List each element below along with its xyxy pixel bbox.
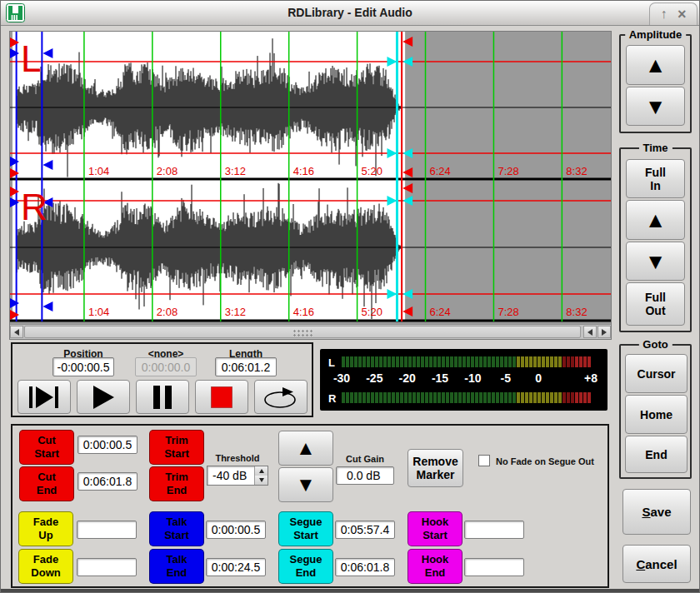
pause-icon — [152, 386, 173, 409]
cut-start-button[interactable]: Cut Start — [19, 430, 74, 465]
transport-frame: Position <none> Length -0:00:00.5 0:00:0… — [11, 342, 313, 417]
down-arrow-icon: ▼ — [645, 251, 667, 272]
shade-window-icon[interactable]: ↑ — [660, 7, 667, 21]
gain-down-button[interactable]: ▼ — [278, 467, 333, 502]
meter-segment — [404, 392, 408, 403]
waveform-scrollbar[interactable] — [10, 324, 611, 339]
pause-button[interactable] — [136, 380, 189, 414]
meter-segment — [538, 356, 541, 367]
meter-segment — [542, 392, 545, 403]
length-field[interactable]: 0:06:01.2 — [215, 357, 277, 376]
scroll-left-button-2[interactable] — [583, 326, 597, 338]
scroll-left-button[interactable] — [10, 326, 23, 338]
meter-tick-label: -10 — [464, 371, 481, 385]
title-bar[interactable]: RDLibrary - Edit Audio ↑ × — [1, 1, 699, 26]
time-up-button[interactable]: ▲ — [626, 200, 685, 240]
play-from-start-button[interactable] — [18, 380, 71, 414]
cut-end-button[interactable]: Cut End — [19, 466, 74, 501]
goto-group-title: Goto — [638, 338, 672, 351]
segue-start-button[interactable]: Segue Start — [278, 511, 333, 546]
loop-button[interactable] — [254, 380, 308, 414]
time-down-button[interactable]: ▼ — [626, 242, 685, 281]
meter-segment — [454, 392, 458, 403]
hook-start-field[interactable] — [464, 521, 524, 539]
cancel-button[interactable]: Cancel — [622, 545, 691, 583]
play-button[interactable] — [77, 380, 130, 414]
window-controls: ↑ × — [649, 2, 698, 25]
threshold-spinbox[interactable]: -40 dB — [207, 466, 268, 486]
cut-gain-field[interactable]: 0.0 dB — [336, 466, 394, 485]
meter-segment — [512, 356, 516, 367]
meter-segment — [358, 392, 362, 403]
threshold-spin-up[interactable] — [255, 466, 268, 476]
meter-channel-label-r: R — [328, 392, 336, 405]
goto-home-button[interactable]: Home — [625, 395, 688, 434]
segue-end-field[interactable]: 0:06:01.8 — [335, 558, 395, 576]
meter-tick-label: 0 — [535, 371, 542, 385]
trim-start-button[interactable]: Trim Start — [149, 430, 204, 465]
full-out-button[interactable]: Full Out — [626, 282, 685, 326]
talk-start-field[interactable]: 0:00:00.5 — [206, 521, 266, 539]
save-button[interactable]: Save — [622, 489, 691, 535]
amplitude-up-button[interactable]: ▲ — [626, 45, 685, 85]
fade-down-field[interactable] — [77, 558, 137, 576]
full-in-button[interactable]: Full In — [626, 159, 685, 198]
waveform-display[interactable]: L1:042:083:124:165:206:247:288:32R1:042:… — [10, 32, 611, 324]
close-window-icon[interactable]: × — [678, 7, 687, 22]
fade-up-button[interactable]: Fade Up — [18, 511, 73, 546]
hook-start-button[interactable]: Hook Start — [408, 511, 462, 546]
gain-up-button[interactable]: ▲ — [278, 431, 333, 466]
segue-end-button[interactable]: Segue End — [278, 549, 333, 584]
scrollbar-thumb[interactable] — [24, 326, 581, 338]
meter-segment — [446, 392, 449, 403]
goto-end-button[interactable]: End — [625, 436, 688, 473]
cut-end-field[interactable]: 0:06:01.8 — [78, 472, 138, 491]
scroll-left-icon — [11, 329, 19, 336]
scroll-right-button[interactable] — [598, 326, 611, 338]
meter-segment — [421, 356, 424, 367]
time-label: 5:20 — [362, 306, 382, 318]
threshold-value[interactable]: -40 dB — [208, 466, 254, 485]
talk-end-button[interactable]: Talk End — [149, 549, 204, 584]
meter-tick-label: -15 — [432, 371, 448, 385]
amplitude-down-button[interactable]: ▼ — [626, 87, 685, 126]
time-label: 2:08 — [157, 165, 178, 177]
threshold-spin-down[interactable] — [255, 476, 268, 485]
meter-segment — [508, 356, 512, 367]
talk-end-field[interactable]: 0:00:24.5 — [206, 558, 266, 576]
segue-start-field[interactable]: 0:05:57.4 — [335, 521, 395, 539]
meter-segment — [525, 356, 528, 367]
stop-button[interactable] — [195, 380, 248, 414]
meter-segment — [462, 356, 466, 367]
position-field[interactable]: -0:00:00.5 — [52, 357, 114, 376]
meter-segment — [346, 356, 349, 367]
remove-marker-button[interactable]: Remove Marker — [408, 449, 463, 487]
no-fade-checkbox[interactable] — [478, 455, 490, 466]
meter-segment — [342, 392, 345, 403]
meter-segment — [371, 392, 374, 403]
meter-segment — [529, 392, 532, 403]
meter-segment — [588, 392, 591, 403]
time-label: 3:12 — [225, 165, 246, 177]
meter-segment — [362, 392, 366, 403]
talk-start-button[interactable]: Talk Start — [149, 511, 204, 546]
meter-segment — [475, 392, 478, 403]
meter-segment — [433, 392, 437, 403]
meter-segment — [475, 356, 478, 367]
fade-up-field[interactable] — [77, 521, 137, 539]
hook-end-button[interactable]: Hook End — [408, 549, 462, 584]
marker-position-field: 0:00:00.0 — [135, 357, 197, 376]
meter-segment — [396, 356, 399, 367]
goto-cursor-button[interactable]: Cursor — [625, 354, 688, 393]
meter-segment — [562, 392, 566, 403]
trim-end-button[interactable]: Trim End — [149, 466, 204, 501]
meter-segment — [367, 392, 370, 403]
meter-segment — [538, 392, 541, 403]
hook-end-field[interactable] — [464, 558, 524, 576]
meter-segment — [450, 356, 453, 367]
cut-start-field[interactable]: 0:00:00.5 — [78, 436, 138, 454]
no-fade-label: No Fade on Segue Out — [496, 456, 594, 466]
meter-segment — [367, 356, 370, 367]
fade-down-button[interactable]: Fade Down — [18, 549, 73, 584]
stop-icon — [211, 386, 232, 408]
